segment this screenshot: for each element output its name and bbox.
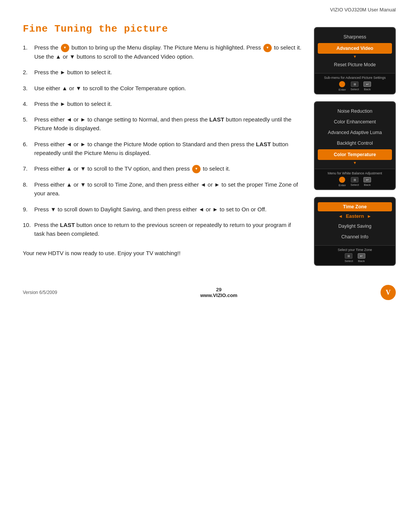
content-area: Fine Tuning the picture 1. Press the but… bbox=[0, 16, 411, 266]
right-column: Sharpness Advanced Video ▼ Reset Picture… bbox=[314, 23, 396, 266]
enter-icon bbox=[339, 81, 345, 87]
v-button-icon-2 bbox=[263, 44, 272, 52]
panel-2-enter: Enter bbox=[339, 177, 346, 187]
step-text-5: Press either ◄ or ► to change setting to… bbox=[34, 115, 303, 133]
menu-item-sharpness: Sharpness bbox=[315, 32, 395, 42]
step-text-10: Press the LAST button once to return to … bbox=[34, 220, 303, 238]
footer-center: 29 www.VIZIO.com bbox=[200, 287, 237, 298]
panel-1-select: ⊞ Select bbox=[350, 81, 359, 91]
menu-item-channel-info: Channel Info bbox=[315, 232, 395, 242]
steps-list: 1. Press the button to bring up the Menu… bbox=[23, 43, 303, 238]
menu-item-noise-reduction: Noise Reduction bbox=[315, 106, 395, 117]
panel-3-select: ⊞ Select bbox=[344, 253, 353, 263]
menu-item-reset-picture: Reset Picture Mode bbox=[315, 59, 395, 70]
select-label-3: Select bbox=[344, 259, 353, 263]
tv-panel-3: Time Zone ◄ Eastern ► Daylight Saving Ch… bbox=[314, 197, 396, 266]
tz-value-row: ◄ Eastern ► bbox=[315, 212, 395, 221]
back-label-1: Back bbox=[364, 88, 371, 91]
step-2: 2. Press the ► button to select it. bbox=[23, 68, 303, 77]
footer-page-number: 29 bbox=[200, 287, 237, 292]
step-text-8: Press either ▲ or ▼ to scroll to Time Zo… bbox=[34, 180, 303, 198]
step-num-7: 7. bbox=[23, 164, 31, 173]
page-title: Fine Tuning the picture bbox=[23, 23, 303, 35]
step-8: 8. Press either ▲ or ▼ to scroll to Time… bbox=[23, 180, 303, 198]
tv-panel-2-inner: Noise Reduction Color Enhancement Advanc… bbox=[315, 102, 395, 166]
panel-1-footer-text: Sub-menu for Advanced Picture Settings bbox=[319, 76, 391, 80]
select-icon-3: ⊞ bbox=[345, 253, 352, 259]
page-footer: Version 6/5/2009 29 www.VIZIO.com V bbox=[0, 273, 411, 308]
step-text-3: Use either ▲ or ▼ to scroll to the Color… bbox=[34, 84, 303, 93]
step-num-6: 6. bbox=[23, 140, 31, 158]
back-icon-3: ↩ bbox=[358, 253, 365, 259]
back-label-2: Back bbox=[364, 183, 371, 187]
select-icon: ⊞ bbox=[351, 81, 358, 87]
manual-title: VIZIO VOJ320M User Manual bbox=[330, 7, 396, 13]
step-num-5: 5. bbox=[23, 115, 31, 133]
tv-panel-2-footer: Menu for White Balance Adjustment Enter … bbox=[315, 169, 395, 189]
menu-item-color-temperature: Color Temperature bbox=[318, 149, 392, 160]
select-label: Select bbox=[350, 88, 359, 91]
tv-panel-3-footer: Select your Time Zone ⊞ Select ↩ Back bbox=[315, 245, 395, 265]
step-7: 7. Press either ▲ or ▼ to scroll to the … bbox=[23, 164, 303, 173]
step-num-9: 9. bbox=[23, 205, 31, 214]
select-label-2: Select bbox=[350, 183, 359, 187]
left-column: Fine Tuning the picture 1. Press the but… bbox=[23, 23, 314, 266]
panel-3-footer-text: Select your Time Zone bbox=[319, 248, 391, 252]
v-button-icon-1 bbox=[61, 44, 69, 52]
tz-left-arrow: ◄ bbox=[338, 214, 343, 219]
panel-2-footer-text: Menu for White Balance Adjustment bbox=[319, 171, 391, 175]
step-6: 6. Press either ◄ or ► to change the Pic… bbox=[23, 140, 303, 158]
back-label-3: Back bbox=[358, 259, 365, 263]
step-text-1: Press the button to bring up the Menu di… bbox=[34, 43, 303, 61]
step-3: 3. Use either ▲ or ▼ to scroll to the Co… bbox=[23, 84, 303, 93]
step-num-8: 8. bbox=[23, 180, 31, 198]
tz-right-arrow: ► bbox=[367, 214, 371, 219]
step-1: 1. Press the button to bring up the Menu… bbox=[23, 43, 303, 61]
menu-item-color-enhancement: Color Enhancement bbox=[315, 117, 395, 127]
menu-item-backlight-control: Backlight Control bbox=[315, 138, 395, 149]
step-text-4: Press the ► button to select it. bbox=[34, 99, 303, 108]
step-text-6: Press either ◄ or ► to change the Pictur… bbox=[34, 140, 303, 158]
tv-panel-1: Sharpness Advanced Video ▼ Reset Picture… bbox=[314, 27, 396, 94]
footer-url: www.VIZIO.com bbox=[200, 292, 237, 298]
step-num-4: 4. bbox=[23, 99, 31, 108]
panel-2-select: ⊞ Select bbox=[350, 177, 359, 187]
menu-item-daylight-saving: Daylight Saving bbox=[315, 221, 395, 232]
tv-panel-1-inner: Sharpness Advanced Video ▼ Reset Picture… bbox=[315, 28, 395, 70]
tv-panel-3-inner: Time Zone ◄ Eastern ► Daylight Saving Ch… bbox=[315, 198, 395, 242]
step-text-7: Press either ▲ or ▼ to scroll to the TV … bbox=[34, 164, 303, 173]
step-5: 5. Press either ◄ or ► to change setting… bbox=[23, 115, 303, 133]
panel-3-buttons: ⊞ Select ↩ Back bbox=[319, 253, 391, 263]
v-button-icon-3 bbox=[192, 165, 201, 173]
back-icon-2: ↩ bbox=[363, 177, 371, 182]
menu-item-advanced-video: Advanced Video bbox=[318, 43, 392, 54]
footer-version: Version 6/5/2009 bbox=[23, 290, 57, 295]
step-9: 9. Press ▼ to scroll down to Daylight Sa… bbox=[23, 205, 303, 214]
panel-2-back: ↩ Back bbox=[363, 177, 371, 187]
step-num-3: 3. bbox=[23, 84, 31, 93]
step-10: 10. Press the LAST button once to return… bbox=[23, 220, 303, 238]
vizio-logo: V bbox=[381, 285, 396, 300]
panel-1-back: ↩ Back bbox=[363, 81, 371, 91]
enter-icon-2 bbox=[339, 177, 345, 183]
tv-panel-2: Noise Reduction Color Enhancement Advanc… bbox=[314, 101, 396, 190]
panel-2-buttons: Enter ⊞ Select ↩ Back bbox=[319, 177, 391, 187]
logo-letter: V bbox=[386, 289, 391, 297]
select-icon-2: ⊞ bbox=[351, 177, 358, 182]
back-icon-1: ↩ bbox=[363, 81, 371, 87]
tv-panel-1-footer: Sub-menu for Advanced Picture Settings E… bbox=[315, 73, 395, 94]
step-text-2: Press the ► button to select it. bbox=[34, 68, 303, 77]
step-num-10: 10. bbox=[23, 220, 31, 238]
enter-label: Enter bbox=[339, 88, 346, 91]
panel-1-enter: Enter bbox=[339, 81, 346, 91]
enter-label-2: Enter bbox=[339, 184, 346, 187]
tz-value: Eastern bbox=[346, 213, 364, 219]
menu-item-time-zone-label: Time Zone bbox=[318, 202, 392, 211]
panel-1-buttons: Enter ⊞ Select ↩ Back bbox=[319, 81, 391, 91]
panel-3-back: ↩ Back bbox=[358, 253, 365, 263]
page-header: VIZIO VOJ320M User Manual bbox=[0, 0, 411, 16]
closing-text: Your new HDTV is now ready to use. Enjoy… bbox=[23, 249, 303, 257]
step-num-2: 2. bbox=[23, 68, 31, 77]
step-num-1: 1. bbox=[23, 43, 31, 61]
step-text-9: Press ▼ to scroll down to Daylight Savin… bbox=[34, 205, 303, 214]
